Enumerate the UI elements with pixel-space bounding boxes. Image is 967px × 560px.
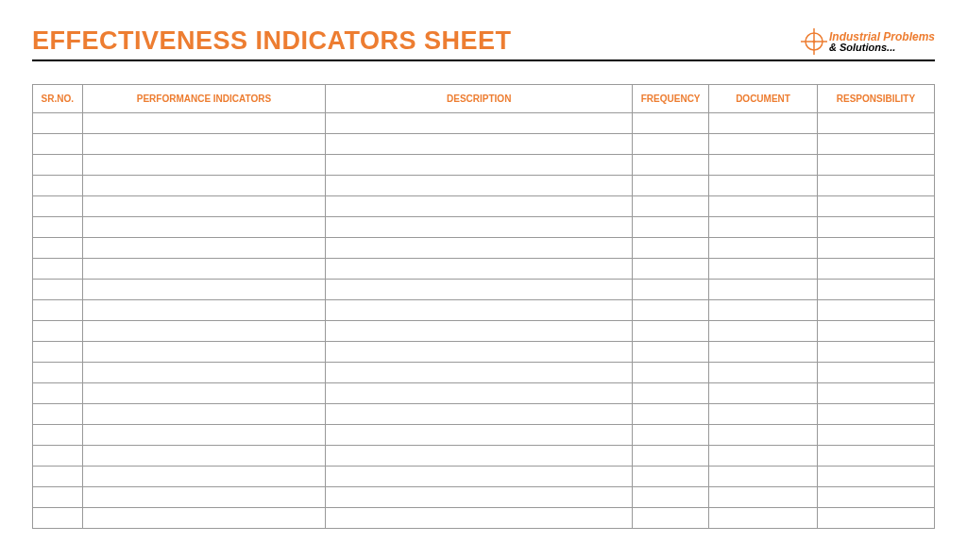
table-cell — [709, 342, 818, 363]
table-cell — [817, 300, 934, 321]
table-cell — [817, 196, 934, 217]
brand-logo: Industrial Problems & Solutions... — [801, 28, 935, 55]
table-cell — [326, 300, 633, 321]
table-cell — [709, 508, 818, 529]
table-cell — [633, 300, 709, 321]
table-cell — [633, 176, 709, 196]
table-body — [33, 113, 935, 529]
table-row — [33, 134, 935, 155]
header-sr-no: SR.NO. — [33, 85, 83, 113]
table-cell — [633, 383, 709, 404]
table-cell — [326, 134, 633, 155]
table-cell — [633, 134, 709, 155]
table-cell — [633, 280, 709, 300]
table-cell — [633, 487, 709, 508]
table-cell — [709, 113, 818, 134]
table-cell — [82, 155, 326, 176]
logo-line2: & Solutions... — [829, 42, 935, 53]
table-row — [33, 113, 935, 134]
table-cell — [33, 300, 83, 321]
header-performance-indicators: PERFORMANCE INDICATORS — [82, 85, 326, 113]
table-cell — [33, 113, 83, 134]
table-cell — [709, 155, 818, 176]
table-cell — [817, 508, 934, 529]
table-cell — [326, 508, 633, 529]
table-cell — [82, 280, 326, 300]
table-cell — [326, 238, 633, 259]
table-cell — [326, 259, 633, 280]
indicators-table: SR.NO. PERFORMANCE INDICATORS DESCRIPTIO… — [32, 84, 935, 529]
table-cell — [633, 363, 709, 383]
logo-text: Industrial Problems & Solutions... — [829, 31, 935, 53]
table-row — [33, 217, 935, 238]
table-cell — [326, 467, 633, 487]
table-cell — [326, 217, 633, 238]
table-cell — [82, 321, 326, 342]
table-cell — [817, 134, 934, 155]
table-cell — [633, 342, 709, 363]
table-cell — [709, 363, 818, 383]
table-cell — [633, 321, 709, 342]
table-cell — [326, 383, 633, 404]
header-description: DESCRIPTION — [326, 85, 633, 113]
table-cell — [709, 217, 818, 238]
table-cell — [326, 280, 633, 300]
table-cell — [82, 176, 326, 196]
table-row — [33, 342, 935, 363]
table-cell — [82, 363, 326, 383]
header-frequency: FREQUENCY — [633, 85, 709, 113]
table-cell — [33, 176, 83, 196]
table-cell — [82, 113, 326, 134]
table-cell — [633, 113, 709, 134]
table-cell — [633, 425, 709, 446]
table-row — [33, 196, 935, 217]
table-cell — [33, 238, 83, 259]
table-cell — [326, 196, 633, 217]
table-header-row: SR.NO. PERFORMANCE INDICATORS DESCRIPTIO… — [33, 85, 935, 113]
table-cell — [633, 217, 709, 238]
table-cell — [82, 342, 326, 363]
table-cell — [33, 363, 83, 383]
table-row — [33, 404, 935, 425]
table-cell — [709, 404, 818, 425]
table-cell — [33, 217, 83, 238]
table-cell — [817, 425, 934, 446]
table-cell — [326, 321, 633, 342]
logo-line1: Industrial Problems — [829, 31, 935, 42]
table-cell — [817, 113, 934, 134]
table-cell — [82, 259, 326, 280]
table-cell — [709, 238, 818, 259]
table-row — [33, 425, 935, 446]
table-cell — [33, 487, 83, 508]
page-title: EFFECTIVENESS INDICATORS SHEET — [32, 26, 512, 56]
table-cell — [817, 487, 934, 508]
table-cell — [33, 259, 83, 280]
table-cell — [709, 321, 818, 342]
table-cell — [33, 155, 83, 176]
table-cell — [709, 383, 818, 404]
table-row — [33, 321, 935, 342]
table-cell — [82, 134, 326, 155]
table-cell — [633, 259, 709, 280]
table-row — [33, 238, 935, 259]
table-cell — [326, 342, 633, 363]
table-cell — [82, 217, 326, 238]
table-cell — [82, 404, 326, 425]
table-cell — [709, 259, 818, 280]
table-cell — [33, 383, 83, 404]
table-cell — [709, 300, 818, 321]
table-cell — [82, 467, 326, 487]
table-cell — [33, 425, 83, 446]
table-cell — [33, 446, 83, 467]
table-cell — [82, 508, 326, 529]
table-row — [33, 467, 935, 487]
table-cell — [817, 321, 934, 342]
table-row — [33, 155, 935, 176]
table-cell — [709, 425, 818, 446]
table-cell — [82, 487, 326, 508]
table-cell — [326, 113, 633, 134]
crosshair-icon — [801, 28, 827, 55]
table-cell — [633, 446, 709, 467]
table-cell — [633, 196, 709, 217]
table-cell — [33, 467, 83, 487]
